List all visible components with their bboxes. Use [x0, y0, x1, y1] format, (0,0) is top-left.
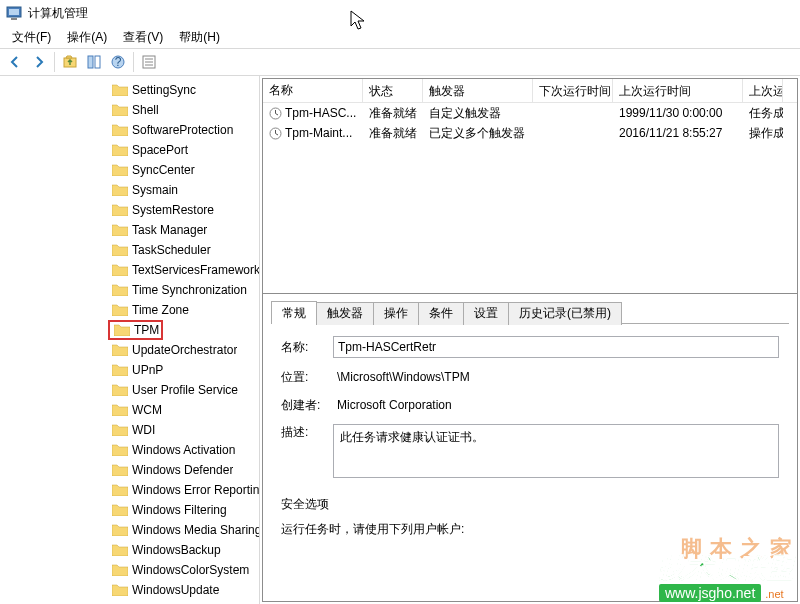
tree-item[interactable]: WindowsBackup [0, 540, 259, 560]
desc-input[interactable]: 此任务请求健康认证证书。 [333, 424, 779, 478]
help-button[interactable]: ? [107, 51, 129, 73]
tree-item[interactable]: Time Zone [0, 300, 259, 320]
tree-item[interactable]: WindowsColorSystem [0, 560, 259, 580]
col-result[interactable]: 上次运行结果 [743, 79, 783, 102]
content-area: SettingSyncShellSoftwareProtectionSpaceP… [0, 76, 800, 604]
folder-tree: SettingSyncShellSoftwareProtectionSpaceP… [0, 80, 259, 600]
tab-general[interactable]: 常规 [271, 301, 317, 324]
tree-pane[interactable]: SettingSyncShellSoftwareProtectionSpaceP… [0, 76, 260, 604]
tree-item[interactable]: Windows Defender [0, 460, 259, 480]
author-value: Microsoft Corporation [333, 396, 779, 414]
tree-item[interactable]: Windows Activation [0, 440, 259, 460]
tree-item[interactable]: SpacePort [0, 140, 259, 160]
tab-strip: 常规 触发器 操作 条件 设置 历史记录(已禁用) [271, 300, 789, 324]
tree-item[interactable]: WCM [0, 400, 259, 420]
tasks-list: 名称 状态 触发器 下次运行时间 上次运行时间 上次运行结果 Tpm-HASC.… [263, 79, 797, 294]
titlebar: 计算机管理 [0, 0, 800, 26]
toolbar-separator [133, 52, 134, 72]
tab-triggers[interactable]: 触发器 [316, 302, 374, 325]
tree-item[interactable]: UPnP [0, 360, 259, 380]
tree-item[interactable]: Time Synchronization [0, 280, 259, 300]
forward-button[interactable] [28, 51, 50, 73]
tree-item[interactable]: SystemRestore [0, 200, 259, 220]
svg-rect-1 [9, 9, 19, 15]
tree-item[interactable]: Windows Error Reporting [0, 480, 259, 500]
toolbar-separator [54, 52, 55, 72]
menu-view[interactable]: 查看(V) [115, 27, 171, 48]
col-trigger[interactable]: 触发器 [423, 79, 533, 102]
show-hide-button[interactable] [83, 51, 105, 73]
tree-item[interactable]: WindowsUpdate [0, 580, 259, 600]
name-input[interactable] [333, 336, 779, 358]
col-state[interactable]: 状态 [363, 79, 423, 102]
task-row[interactable]: Tpm-HASC...准备就绪自定义触发器1999/11/30 0:00:00任… [263, 103, 797, 123]
tasks-header: 名称 状态 触发器 下次运行时间 上次运行时间 上次运行结果 [263, 79, 797, 103]
author-label: 创建者: [281, 397, 333, 414]
tab-settings[interactable]: 设置 [463, 302, 509, 325]
tree-item[interactable]: Windows Media Sharing [0, 520, 259, 540]
col-last[interactable]: 上次运行时间 [613, 79, 743, 102]
tree-item[interactable]: TextServicesFramework [0, 260, 259, 280]
properties-button[interactable] [138, 51, 160, 73]
tree-item[interactable]: Task Manager [0, 220, 259, 240]
location-label: 位置: [281, 369, 333, 386]
tree-item[interactable]: SettingSync [0, 80, 259, 100]
tree-item[interactable]: SoftwareProtection [0, 120, 259, 140]
tree-item[interactable]: UpdateOrchestrator [0, 340, 259, 360]
svg-rect-5 [95, 56, 100, 68]
menu-action[interactable]: 操作(A) [59, 27, 115, 48]
tab-actions[interactable]: 操作 [373, 302, 419, 325]
tab-general-body: 名称: 位置: \Microsoft\Windows\TPM 创建者: Micr… [271, 324, 789, 595]
svg-rect-2 [11, 18, 17, 20]
menu-file[interactable]: 文件(F) [4, 27, 59, 48]
tree-item[interactable]: Shell [0, 100, 259, 120]
tab-history[interactable]: 历史记录(已禁用) [508, 302, 622, 325]
tree-item[interactable]: Windows Filtering [0, 500, 259, 520]
svg-rect-4 [88, 56, 93, 68]
location-value: \Microsoft\Windows\TPM [333, 368, 779, 386]
menu-help[interactable]: 帮助(H) [171, 27, 228, 48]
svg-text:?: ? [115, 55, 122, 69]
task-row[interactable]: Tpm-Maint...准备就绪已定义多个触发器2016/11/21 8:55:… [263, 123, 797, 143]
col-next[interactable]: 下次运行时间 [533, 79, 613, 102]
tree-item[interactable]: TPM [0, 320, 259, 340]
tree-item[interactable]: WDI [0, 420, 259, 440]
tab-conditions[interactable]: 条件 [418, 302, 464, 325]
tree-item[interactable]: User Profile Service [0, 380, 259, 400]
details-pane: 名称 状态 触发器 下次运行时间 上次运行时间 上次运行结果 Tpm-HASC.… [262, 78, 798, 602]
col-name[interactable]: 名称 [263, 79, 363, 102]
tree-item[interactable]: TaskScheduler [0, 240, 259, 260]
task-details: 常规 触发器 操作 条件 设置 历史记录(已禁用) 名称: 位置: \Micro… [263, 294, 797, 601]
tree-item[interactable]: SyncCenter [0, 160, 259, 180]
up-button[interactable] [59, 51, 81, 73]
tree-item[interactable]: Sysmain [0, 180, 259, 200]
back-button[interactable] [4, 51, 26, 73]
runas-label: 运行任务时，请使用下列用户帐户: [281, 521, 779, 538]
app-icon [6, 5, 22, 21]
window-title: 计算机管理 [28, 5, 88, 22]
menubar: 文件(F) 操作(A) 查看(V) 帮助(H) [0, 26, 800, 48]
desc-label: 描述: [281, 424, 333, 441]
name-label: 名称: [281, 339, 333, 356]
security-section-label: 安全选项 [281, 496, 779, 513]
toolbar: ? [0, 48, 800, 76]
